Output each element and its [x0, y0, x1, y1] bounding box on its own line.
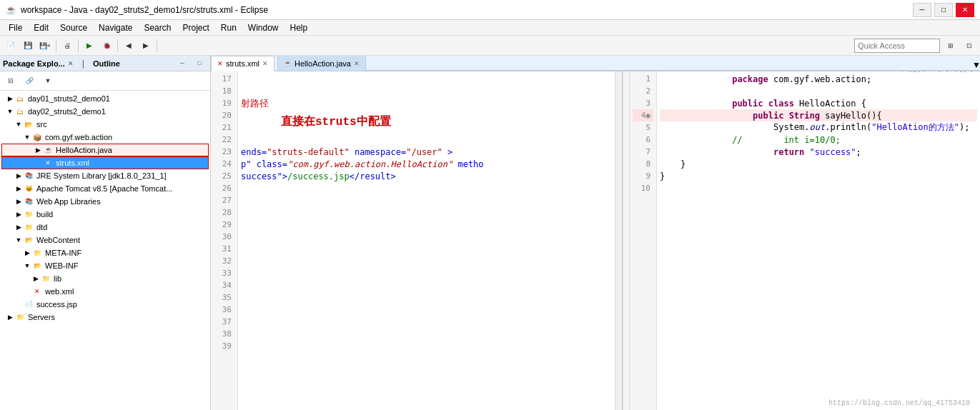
menu-file[interactable]: File [3, 20, 28, 36]
hcode-10 [660, 182, 977, 194]
code-line-25: success">/success.jsp</result> [241, 170, 619, 182]
tree-item-jre[interactable]: ▶ 📚 JRE System Library [jdk1.8.0_231_1] [0, 169, 210, 182]
tab-struts-xml[interactable]: ✕ struts.xml ✕ [211, 56, 274, 71]
tree-item-src[interactable]: ▼ 📂 src [0, 118, 210, 131]
sidebar-menu-button[interactable]: ▼ [40, 73, 56, 89]
tomcat-icon: 🐱 [23, 184, 34, 194]
webcontent-icon: 📂 [23, 235, 34, 245]
maximize-button[interactable]: □ [934, 3, 953, 17]
maximize-sidebar-button[interactable]: □ [192, 56, 207, 71]
main-layout: Package Explo... ✕ | Outline ─ □ ⊟ 🔗 ▼ ▶… [0, 56, 980, 410]
print-button[interactable]: 🖨 [59, 38, 75, 54]
src-icon: 📂 [23, 119, 34, 129]
tree-item-tomcat[interactable]: ▶ 🐱 Apache Tomcat v8.5 [Apache Tomcat... [0, 182, 210, 195]
outline-label[interactable]: Outline [93, 59, 120, 68]
sidebar-toolbar: ⊟ 🔗 ▼ [0, 71, 210, 91]
tree-item-webapplibs[interactable]: ▶ 📚 Web App Libraries [0, 195, 210, 208]
code-line-36 [241, 304, 619, 316]
tree-item-webcontent[interactable]: ▼ 📂 WebContent [0, 234, 210, 246]
minimize-sidebar-button[interactable]: ─ [174, 56, 190, 71]
ln-21: 21 [214, 121, 234, 134]
tree-item-build[interactable]: ▶ 📁 build [0, 208, 210, 221]
struts-xml-content[interactable]: 射路径 ends="struts-default" namespace="/us… [238, 71, 622, 410]
tree-item-lib[interactable]: ▶ 📁 lib [0, 272, 210, 285]
perspective-button[interactable]: ⊞ [943, 38, 959, 54]
sep1 [56, 39, 56, 52]
ln-24: 24 [214, 158, 234, 170]
title-text: workspace - Java - day02_struts2_demo1/s… [21, 5, 268, 15]
struts-scrollbar[interactable] [615, 71, 622, 410]
code-line-23: ends="struts-default" namespace="/user" … [241, 146, 619, 158]
tree-item-struts-xml[interactable]: ✕ struts.xml [1, 156, 209, 169]
menu-run[interactable]: Run [215, 20, 242, 36]
ln-22: 22 [214, 134, 234, 146]
menu-source[interactable]: Source [54, 20, 93, 36]
code-line-37 [241, 316, 619, 328]
tree-item-day02[interactable]: ▼ 🗂 day02_struts2_demo1 [0, 105, 210, 118]
save-button[interactable]: 💾 [20, 38, 36, 54]
menu-window[interactable]: Window [242, 20, 284, 36]
ln-38: 38 [214, 328, 234, 340]
menu-search[interactable]: Search [138, 20, 177, 36]
save-all-button[interactable]: 💾+ [37, 38, 53, 54]
tab-helloaction-label: HelloAction.java [295, 59, 351, 68]
code-line-19: 射路径 [241, 97, 619, 109]
tree-item-servers[interactable]: ▶ 📁 Servers [0, 311, 210, 324]
code-line-30 [241, 231, 619, 243]
arrow-tomcat: ▶ [14, 185, 23, 192]
tree-item-day01[interactable]: ▶ 🗂 day01_struts2_demo01 [0, 92, 210, 105]
back-button[interactable]: ◀ [121, 38, 137, 54]
tree-label-tomcat: Apache Tomcat v8.5 [Apache Tomcat... [36, 184, 172, 193]
code-line-32 [241, 255, 619, 267]
app-icon: ☕ [6, 5, 16, 15]
sep-sidebar: | [82, 59, 84, 69]
code-25: success">/success.jsp</result> [241, 171, 396, 181]
sidebar-header: Package Explo... ✕ | Outline ─ □ [0, 56, 210, 71]
arrow-day02: ▼ [6, 108, 14, 115]
code-line-35 [241, 291, 619, 304]
tree-item-helloaction[interactable]: ▶ ☕ HelloAction.java [1, 144, 209, 156]
forward-button[interactable]: ▶ [138, 38, 154, 54]
ln-31: 31 [214, 243, 234, 255]
close-package-explorer-icon[interactable]: ✕ [68, 60, 74, 67]
tree-label-success-jsp: success.jsp [36, 300, 77, 309]
hln-1: 1 [633, 73, 653, 85]
tree-item-package[interactable]: ▼ 📦 com.gyf.web.action [0, 131, 210, 144]
code-line-17 [241, 73, 619, 85]
jre-icon: 📚 [23, 171, 34, 181]
menu-edit[interactable]: Edit [28, 20, 54, 36]
menu-project[interactable]: Project [177, 20, 214, 36]
editor-menu-button[interactable]: ▼ [973, 60, 980, 71]
menu-help[interactable]: Help [284, 20, 314, 36]
new-button[interactable]: 📄 [3, 38, 19, 54]
arrow-helloaction: ▶ [34, 146, 42, 154]
arrow-dtd: ▶ [14, 224, 23, 231]
helloaction-content[interactable]: package com.gyf.web.action; public class… [657, 71, 980, 410]
close-helloaction-tab[interactable]: ✕ [354, 60, 360, 67]
xml-tab-icon: ✕ [217, 60, 223, 67]
tree-item-web-xml[interactable]: ✕ web.xml [0, 285, 210, 298]
code-line-27 [241, 194, 619, 206]
collapse-all-button[interactable]: ⊟ [3, 73, 19, 89]
link-editor-button[interactable]: 🔗 [21, 73, 37, 89]
menu-navigate[interactable]: Navigate [93, 20, 138, 36]
tree-item-success-jsp[interactable]: 📄 success.jsp [0, 298, 210, 311]
quick-access-input[interactable] [854, 39, 940, 53]
run-button[interactable]: ▶ [81, 38, 97, 54]
close-button[interactable]: ✕ [956, 3, 974, 17]
hln-2: 2 [633, 85, 653, 97]
helloaction-scrollbar-left[interactable] [623, 71, 630, 410]
arrow-lib: ▶ [31, 275, 40, 282]
debug-button[interactable]: 🐞 [99, 38, 114, 54]
open-perspective-button[interactable]: ⊡ [961, 38, 977, 54]
annotation-shelu: 射路径 [241, 97, 269, 110]
tree-item-webinf[interactable]: ▼ 📂 WEB-INF [0, 259, 210, 272]
tree-item-metainf[interactable]: ▶ 📁 META-INF [0, 246, 210, 259]
tree-item-dtd[interactable]: ▶ 📁 dtd [0, 221, 210, 234]
arrow-jre: ▶ [14, 172, 23, 179]
servers-icon: 📁 [14, 312, 26, 322]
code-line-31 [241, 243, 619, 255]
close-struts-tab[interactable]: ✕ [262, 60, 268, 67]
minimize-button[interactable]: ─ [913, 3, 931, 17]
tab-helloaction[interactable]: ☕ HelloAction.java ✕ [277, 56, 366, 71]
